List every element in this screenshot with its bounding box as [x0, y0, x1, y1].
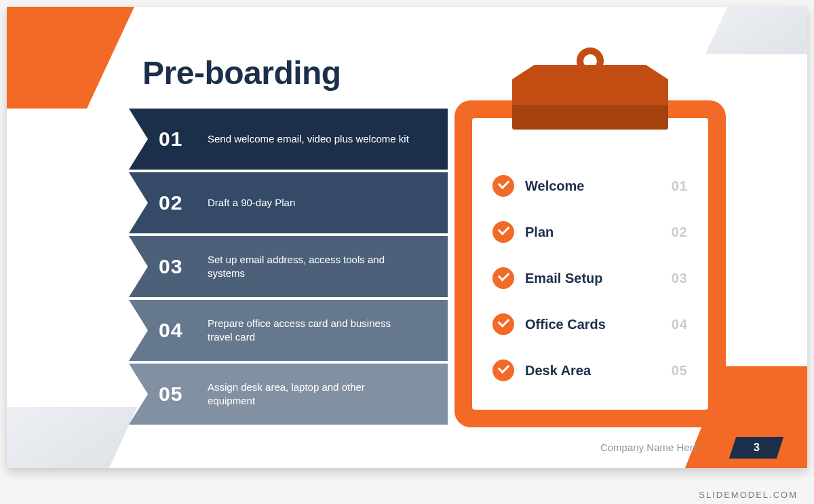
check-icon [492, 221, 514, 243]
checklist-number: 03 [672, 271, 688, 286]
step-number: 04 [159, 319, 208, 342]
checklist-label: Office Cards [525, 317, 672, 332]
step-text: Set up email address, access tools and s… [208, 253, 411, 281]
checklist-item-2: Plan 02 [492, 212, 688, 252]
clipboard-clip-icon [512, 65, 668, 130]
checklist-item-3: Email Setup 03 [492, 258, 688, 298]
page-number: 3 [754, 442, 760, 454]
clipboard-graphic: Welcome 01 Plan 02 Email Setup 03 Office… [454, 47, 726, 427]
page-title: Pre-boarding [142, 54, 341, 92]
step-text: Prepare office access card and business … [208, 317, 411, 345]
footer-company-name: Company Name Here [600, 442, 699, 453]
checklist-number: 04 [672, 317, 688, 332]
step-number: 01 [159, 128, 208, 151]
step-number: 05 [159, 383, 208, 406]
step-item-1: 01 Send welcome email, video plus welcom… [129, 109, 448, 170]
step-text: Assign desk area, laptop and other equip… [208, 381, 411, 408]
step-number: 02 [159, 191, 208, 214]
check-icon [492, 360, 514, 381]
slide: Pre-boarding 01 Send welcome email, vide… [7, 7, 807, 468]
check-icon [492, 267, 514, 289]
checklist-number: 02 [672, 225, 688, 240]
step-text: Draft a 90-day Plan [208, 196, 295, 210]
checklist-label: Email Setup [525, 271, 672, 286]
check-icon [492, 175, 514, 197]
step-item-2: 02 Draft a 90-day Plan [129, 172, 448, 233]
step-text: Send welcome email, video plus welcome k… [208, 132, 409, 146]
checklist-label: Desk Area [525, 363, 672, 379]
check-icon [492, 313, 514, 335]
step-number: 03 [159, 255, 208, 278]
step-list: 01 Send welcome email, video plus welcom… [129, 109, 448, 427]
corner-accent-bottom-left [7, 407, 138, 468]
checklist-item-4: Office Cards 04 [492, 304, 688, 345]
checklist-label: Welcome [525, 178, 672, 194]
checklist-item-1: Welcome 01 [492, 166, 688, 206]
corner-accent-top-left [7, 7, 144, 109]
checklist-label: Plan [525, 225, 672, 240]
step-item-4: 04 Prepare office access card and busine… [129, 300, 448, 361]
step-item-3: 03 Set up email address, access tools an… [129, 236, 448, 297]
checklist-item-5: Desk Area 05 [492, 350, 688, 391]
checklist-number: 05 [672, 363, 688, 379]
step-item-5: 05 Assign desk area, laptop and other eq… [129, 364, 448, 425]
brand-watermark: SLIDEMODEL.COM [699, 490, 798, 500]
checklist-number: 01 [672, 178, 688, 194]
page-number-badge: 3 [729, 437, 783, 459]
clipboard-paper: Welcome 01 Plan 02 Email Setup 03 Office… [472, 118, 708, 410]
